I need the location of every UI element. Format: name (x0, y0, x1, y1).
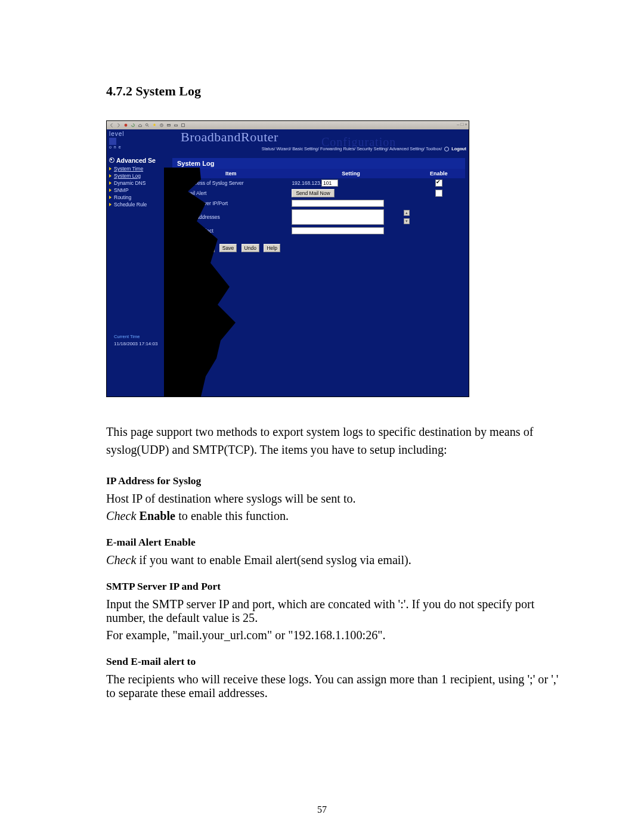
item-line: Input the SMTP server IP and port, which… (106, 597, 561, 625)
sidebar-item-routing[interactable]: Routing (107, 194, 181, 201)
fav-icon[interactable] (152, 123, 157, 128)
main-header: System Log (172, 158, 465, 169)
intro-paragraph: This page support two methods to export … (106, 423, 561, 459)
nav-back-icon[interactable] (109, 123, 114, 128)
bold-text: Enable (140, 509, 176, 522)
sidebar-item-label: System Time (114, 166, 143, 172)
item-block-4: Send E-mail alert to The recipients who … (106, 655, 561, 700)
email-subject-input[interactable] (292, 227, 384, 234)
email-enable-checkbox[interactable] (435, 190, 442, 197)
maximize-icon[interactable]: □ (460, 122, 463, 128)
col-enable: Enable (413, 169, 465, 178)
italic-text: Check (106, 509, 140, 522)
brand-one: o n e (109, 145, 125, 149)
scroll-down-icon[interactable]: ▾ (404, 218, 410, 224)
crumb-forwarding[interactable]: Forwarding Rules/ (320, 146, 355, 151)
scroll-up-icon[interactable]: ▴ (404, 210, 410, 216)
router-screenshot: – □ × level o n e BroadbandRouter Config… (106, 120, 469, 397)
row-subject-label: E-mail Subject (172, 226, 289, 236)
col-setting: Setting (289, 169, 412, 178)
mail-icon[interactable] (166, 123, 171, 128)
sidebar-item-system-log[interactable]: System Log (107, 172, 181, 179)
row-subject-setting (289, 226, 412, 236)
triangle-icon (109, 167, 112, 171)
row-label-text: E-mail Alert (181, 190, 206, 196)
row-email-alert-label: E-mail Alert (172, 188, 289, 199)
row-label-text: SMTP Server IP/Port (181, 200, 228, 206)
save-button[interactable]: Save (219, 244, 237, 252)
smtp-server-input[interactable] (292, 200, 384, 207)
sidebar-header-text: Advanced Se (116, 157, 156, 164)
edit-icon[interactable] (181, 123, 185, 128)
row-syslog-ip-label: IP Address of Syslog Server (172, 178, 289, 188)
syslog-ip-input[interactable] (321, 179, 338, 187)
crumb-toolbox[interactable]: Toolbox/ (426, 146, 442, 151)
home-icon[interactable] (138, 123, 143, 128)
brand-box-icon (109, 138, 116, 145)
table-row: IP Address of Syslog Server 192.168.123. (172, 178, 465, 188)
row-emails-label: E-mail addresses (172, 208, 289, 226)
textarea-scrollbar[interactable]: ▴▾ (404, 210, 410, 224)
settings-table: Item Setting Enable IP Address of Syslog… (172, 169, 465, 236)
send-mail-now-button[interactable]: Send Mail Now (292, 189, 334, 197)
minimize-icon[interactable]: – (457, 122, 459, 128)
table-row: E-mail Subject (172, 226, 465, 236)
sidebar-item-schedule-rule[interactable]: Schedule Rule (107, 201, 181, 208)
triangle-icon (109, 174, 112, 178)
marker-icon (176, 190, 178, 194)
marker-icon (176, 201, 178, 205)
crumb-basic[interactable]: Basic Setting/ (292, 146, 319, 151)
sidebar-item-snmp[interactable]: SNMP (107, 187, 181, 194)
stop-icon[interactable] (123, 123, 128, 128)
row-smtp-label: SMTP Server IP/Port (172, 199, 289, 208)
sidebar-item-dynamic-dns[interactable]: Dynamic DNS (107, 179, 181, 187)
nav-fwd-icon[interactable] (116, 123, 121, 128)
help-button[interactable]: Help (264, 244, 280, 252)
crumb-status[interactable]: Status/ (262, 146, 275, 151)
row-label-text: E-mail Subject (181, 228, 213, 234)
crumb-security[interactable]: Security Setting/ (357, 146, 388, 151)
view-log-button[interactable]: View Log… (181, 244, 215, 252)
toolbar-icons (107, 123, 185, 128)
sidebar-item-label: Schedule Rule (114, 202, 147, 208)
marker-icon (176, 228, 178, 232)
sidebar-item-label: Routing (114, 194, 131, 200)
item-block-2: E-mail Alert Enable Check if you want to… (106, 536, 561, 567)
item-line: Check if you want to enable Email alert(… (106, 553, 561, 567)
sidebar: Advanced Se System Time System Log Dynam… (107, 156, 181, 208)
page-number: 57 (0, 804, 644, 815)
crumb-wizard[interactable]: Wizard/ (276, 146, 291, 151)
row-emails-setting: ▴▾ (289, 208, 412, 226)
logout-dot-icon (444, 147, 449, 151)
svg-rect-4 (175, 125, 178, 126)
table-row: E-mail addresses ▴▾ (172, 208, 465, 226)
current-time-label: Current Time (114, 334, 140, 339)
row-smtp-setting (289, 199, 412, 208)
item-line: The recipients who will receive these lo… (106, 673, 561, 700)
refresh-icon[interactable] (131, 123, 135, 128)
crumb-advanced[interactable]: Advanced Setting/ (389, 146, 425, 151)
email-addresses-textarea[interactable] (292, 209, 384, 225)
radio-dot-icon (109, 157, 114, 163)
item-heading: E-mail Alert Enable (106, 536, 561, 549)
search-icon[interactable] (145, 123, 150, 128)
logout-link[interactable]: Logout (451, 146, 466, 151)
button-row: View Log… Save Undo Help (172, 241, 465, 252)
sidebar-item-system-time[interactable]: System Time (107, 165, 181, 172)
intro-paragraph-block: This page support two methods to export … (106, 423, 561, 459)
brand-logo: level o n e (109, 131, 125, 149)
email-addresses-wrap: ▴▾ (292, 209, 410, 225)
marker-icon (176, 210, 178, 214)
syslog-enable-checkbox[interactable] (435, 179, 442, 187)
undo-button[interactable]: Undo (242, 244, 259, 252)
row-label-text: IP Address of Syslog Server (181, 180, 244, 186)
window-controls[interactable]: – □ × (457, 122, 467, 128)
brand-level: level (109, 131, 125, 137)
item-heading: IP Address for Syslog (106, 475, 561, 487)
close-icon[interactable]: × (465, 122, 467, 128)
print-icon[interactable] (174, 123, 178, 128)
svg-point-0 (125, 124, 128, 127)
ip-prefix: 192.168.123. (292, 180, 321, 186)
history-icon[interactable] (159, 123, 164, 128)
row-syslog-ip-enable (413, 178, 465, 188)
